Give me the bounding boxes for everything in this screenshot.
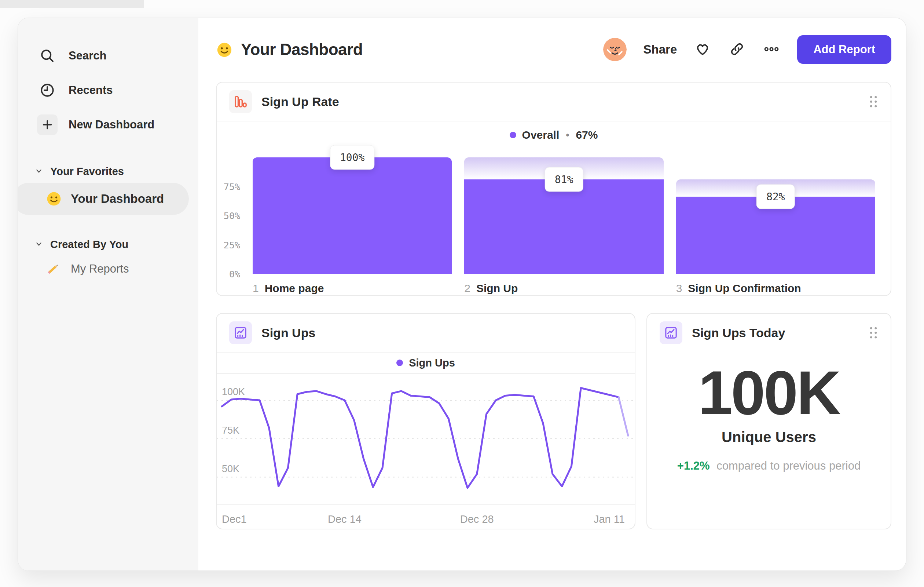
card-title: Sign Ups (261, 326, 315, 340)
legend-label: Overall (522, 129, 559, 141)
funnel-y-tick: 25% (224, 240, 240, 250)
step-name: Home page (265, 282, 324, 294)
legend-label: Sign Ups (409, 357, 455, 369)
funnel-value-chip: 81% (545, 167, 583, 192)
line-chart-svg (217, 374, 635, 504)
stat-value: 100K (647, 362, 891, 424)
funnel-value-chip: 100% (330, 145, 375, 170)
sidebar-item-label: Your Dashboard (71, 192, 164, 206)
smiley-emoji (46, 191, 62, 207)
line-legend: Sign Ups (217, 352, 635, 373)
desktop-strip (0, 0, 144, 8)
stat-delta-note: compared to previous period (716, 459, 861, 472)
section-label: Your Favorites (50, 165, 124, 178)
funnel-y-axis: 75%50%25%0% (217, 157, 240, 274)
funnel-column: 100% (252, 157, 452, 274)
line-chart: 100K75K50K (217, 374, 635, 504)
chevron-down-icon (35, 238, 43, 251)
sidebar-item-search[interactable]: Search (18, 38, 198, 73)
card-header: Sign Ups (217, 314, 635, 352)
heart-icon (694, 41, 711, 59)
app-window: Search Recents New Dashboard (18, 18, 906, 571)
line-chart-icon (229, 321, 252, 344)
stat-label: Unique Users (647, 429, 891, 445)
line-x-tick: Dec 28 (460, 513, 494, 525)
line-series (619, 397, 628, 436)
line-y-tick: 100K (222, 386, 245, 398)
card-title: Sign Ups Today (692, 326, 785, 340)
funnel-column: 81% (464, 157, 663, 274)
search-icon (37, 45, 58, 66)
step-number: 1 (252, 282, 259, 294)
card-title: Sign Up Rate (261, 95, 339, 109)
step-name: Sign Up (476, 282, 518, 294)
pencil-emoji (46, 261, 62, 277)
copy-link-button[interactable] (728, 41, 746, 58)
share-button[interactable]: Share (644, 43, 677, 56)
step-number: 2 (464, 282, 470, 294)
legend-separator: • (566, 129, 569, 141)
section-your-favorites[interactable]: Your Favorites (35, 165, 198, 178)
funnel-column: 82% (676, 157, 875, 274)
sidebar-item-your-dashboard[interactable]: Your Dashboard (18, 183, 189, 215)
page-title: Your Dashboard (241, 40, 363, 59)
section-label: Created By You (50, 238, 128, 251)
avatar[interactable] (603, 38, 627, 61)
line-series (222, 388, 619, 488)
step-number: 3 (676, 282, 682, 294)
line-x-axis: Dec1Dec 14Dec 28Jan 11 (217, 504, 635, 530)
funnel-bar (464, 179, 663, 274)
plus-icon (37, 114, 58, 135)
step-name: Sign Up Confirmation (688, 282, 801, 294)
sign-up-rate-card: Sign Up Rate Overall • 67% (216, 82, 891, 296)
sidebar-item-new-dashboard[interactable]: New Dashboard (18, 107, 198, 142)
title-wrap: Your Dashboard (216, 40, 363, 59)
favorite-heart-button[interactable] (694, 41, 711, 58)
stat-delta: +1.2% (677, 459, 710, 472)
clock-icon (37, 80, 58, 101)
funnel-y-tick: 50% (224, 211, 240, 221)
line-y-tick: 50K (222, 463, 239, 475)
link-icon (729, 41, 745, 58)
add-report-button[interactable]: Add Report (797, 35, 891, 64)
stat-delta-row: +1.2% compared to previous period (647, 459, 891, 473)
line-y-tick: 75K (222, 425, 239, 436)
funnel-y-tick: 0% (229, 269, 240, 279)
funnel-y-tick: 75% (224, 181, 240, 192)
funnel-step-label: 3Sign Up Confirmation (676, 282, 875, 294)
sidebar-item-label: My Reports (71, 262, 129, 276)
header-actions: Share (603, 35, 891, 64)
legend-dot-icon (510, 132, 516, 138)
screen: Search Recents New Dashboard (0, 0, 924, 587)
line-x-tick: Dec1 (222, 513, 247, 525)
sidebar-item-recents[interactable]: Recents (18, 73, 198, 107)
sidebar-item-my-reports[interactable]: My Reports (18, 253, 189, 285)
sidebar-item-label: Search (69, 49, 106, 62)
funnel-step-label: 1Home page (252, 282, 452, 294)
funnel-bar (252, 157, 452, 274)
section-created-by-you[interactable]: Created By You (35, 238, 198, 251)
smiley-emoji (216, 41, 232, 58)
legend-value: 67% (576, 129, 598, 141)
funnel-chart-icon (229, 90, 252, 113)
drag-handle-icon[interactable] (869, 95, 878, 108)
card-header: Sign Up Rate (217, 83, 891, 121)
stat-body: 100K Unique Users +1.2% compared to prev… (647, 352, 891, 473)
sidebar-item-label: New Dashboard (69, 118, 154, 131)
main-content: Your Dashboard Sha (198, 18, 906, 570)
funnel-legend: Overall • 67% (217, 121, 891, 149)
sign-ups-today-card: Sign Ups Today 100K Unique Users (647, 313, 891, 529)
line-chart-icon (660, 321, 682, 344)
funnel-value-chip: 82% (756, 184, 795, 209)
bottom-row: Sign Ups Sign Ups 100K75K50K Dec1Dec 14D… (216, 313, 891, 529)
funnel-step-label: 2Sign Up (464, 282, 663, 294)
sidebar: Search Recents New Dashboard (18, 18, 198, 570)
ellipsis-icon (763, 41, 780, 58)
sidebar-item-label: Recents (69, 84, 113, 97)
drag-handle-icon[interactable] (869, 326, 878, 339)
sign-ups-card: Sign Ups Sign Ups 100K75K50K Dec1Dec 14D… (216, 313, 635, 529)
funnel-chart: 75%50%25%0% 100%81%82%1Home page2Sign Up… (217, 157, 891, 294)
legend-dot-icon (396, 360, 403, 366)
line-x-tick: Dec 14 (328, 513, 361, 525)
more-options-button[interactable] (763, 41, 780, 58)
